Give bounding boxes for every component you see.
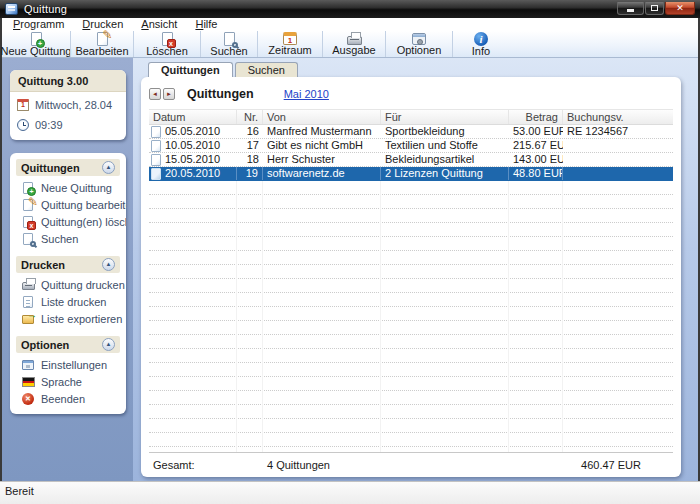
- doc-delete-icon: x: [21, 215, 35, 228]
- table-empty-row: [149, 321, 673, 335]
- menu-ansicht[interactable]: Ansicht: [132, 18, 186, 31]
- titlebar: Quittung ✕: [0, 0, 700, 18]
- table-empty-row: [149, 307, 673, 321]
- export-icon: [21, 312, 35, 325]
- next-month-button[interactable]: ►: [163, 88, 175, 100]
- nav-row: ◄ ► Quittungen Mai 2010: [141, 77, 681, 106]
- table-row[interactable]: 10.05.2010 17 Gibt es nicht GmbH Textili…: [149, 139, 673, 153]
- toolbar-search-button[interactable]: Suchen: [201, 31, 257, 57]
- table-row[interactable]: 05.05.2010 16 Manfred Mustermann Sportbe…: [149, 125, 673, 139]
- menu-hilfe[interactable]: Hilfe: [186, 18, 226, 31]
- section-header-quittungen[interactable]: Quittungen ▲: [16, 159, 120, 176]
- info-panel-title: Quittung 3.00: [10, 70, 126, 92]
- receipts-table: Datum Nr. Von Für Betrag Buchungsv. 05.0…: [149, 109, 673, 477]
- toolbar: + Neue Quittung ✎ Bearbeiten x Löschen S…: [2, 31, 698, 58]
- table-empty-row: [149, 265, 673, 279]
- doc-plus-icon: +: [21, 181, 35, 194]
- table-header: Datum Nr. Von Für Betrag Buchungsv.: [149, 109, 673, 125]
- table-empty-row: [149, 405, 673, 419]
- time-display: 09:39: [10, 115, 126, 135]
- prev-month-button[interactable]: ◄: [149, 88, 161, 100]
- window-controls: ✕: [617, 0, 695, 15]
- status-text: Bereit: [5, 485, 34, 497]
- german-flag-icon: [21, 375, 35, 388]
- receipt-icon: [151, 126, 161, 138]
- main-panel: ◄ ► Quittungen Mai 2010 Datum Nr. Von Fü…: [141, 77, 681, 477]
- sidebar-item-quittung-bearbeiten[interactable]: ✎ Quittung bearbeiten: [10, 196, 126, 213]
- maximize-icon: [651, 5, 658, 11]
- close-button[interactable]: ✕: [665, 2, 695, 15]
- options-icon: [412, 32, 426, 45]
- sidebar-item-quittung-drucken[interactable]: Quittung drucken: [10, 276, 126, 293]
- tab-suchen[interactable]: Suchen: [235, 62, 298, 77]
- new-receipt-icon: +: [31, 32, 42, 46]
- receipt-icon: [151, 140, 161, 152]
- table-empty-row: [149, 363, 673, 377]
- search-icon: [224, 32, 235, 46]
- table-empty-row: [149, 293, 673, 307]
- tab-bar: Quittungen Suchen: [148, 62, 681, 77]
- table-row[interactable]: 15.05.2010 18 Herr Schuster Bekleidungsa…: [149, 153, 673, 167]
- sidebar-item-sprache[interactable]: Sprache: [10, 373, 126, 390]
- column-header-nr[interactable]: Nr.: [237, 110, 263, 124]
- app-icon: [5, 3, 18, 15]
- doc-search-icon: [21, 232, 35, 245]
- toolbar-edit-button[interactable]: ✎ Bearbeiten: [71, 31, 133, 57]
- main-area: Quittungen Suchen ◄ ► Quittungen Mai 201…: [133, 58, 698, 481]
- table-row-selected[interactable]: 20.05.2010 19 softwarenetz.de 2 Lizenzen…: [149, 167, 673, 181]
- summary-label: Gesamt:: [149, 459, 237, 472]
- sidebar-item-quittungen-loeschen[interactable]: x Quittung(en) löschen: [10, 213, 126, 230]
- period-link[interactable]: Mai 2010: [284, 88, 329, 100]
- summary-count: 4 Quittungen: [263, 459, 381, 472]
- quit-icon: [21, 392, 35, 405]
- sidebar-item-einstellungen[interactable]: Einstellungen: [10, 356, 126, 373]
- statusbar: Bereit: [0, 481, 700, 504]
- time-text: 09:39: [35, 119, 63, 131]
- tab-quittungen[interactable]: Quittungen: [148, 62, 233, 77]
- table-empty-row: [149, 349, 673, 363]
- toolbar-options-button[interactable]: Optionen: [386, 31, 452, 57]
- column-header-betrag[interactable]: Betrag: [509, 110, 563, 124]
- table-empty-row: [149, 377, 673, 391]
- sidebar-item-beenden[interactable]: Beenden: [10, 390, 126, 407]
- section-header-drucken[interactable]: Drucken ▲: [16, 256, 120, 273]
- app-window: Quittung ✕ Programm Drucken Ansicht Hilf…: [0, 0, 700, 504]
- sidebar: Quittung 3.00 Mittwoch, 28.04 09:39: [2, 58, 133, 481]
- sidebar-item-liste-drucken[interactable]: Liste drucken: [10, 293, 126, 310]
- column-header-von[interactable]: Von: [263, 110, 381, 124]
- table-empty-row: [149, 433, 673, 447]
- printer-icon: [347, 32, 362, 45]
- column-header-fuer[interactable]: Für: [381, 110, 509, 124]
- collapse-icon[interactable]: ▲: [102, 161, 115, 174]
- calendar-icon: [17, 98, 29, 112]
- section-header-optionen[interactable]: Optionen ▲: [16, 336, 120, 353]
- table-empty-row: [149, 195, 673, 209]
- table-empty-row: [149, 237, 673, 251]
- sidebar-item-neue-quittung[interactable]: + Neue Quittung: [10, 179, 126, 196]
- toolbar-period-button[interactable]: Zeitraum: [258, 31, 322, 57]
- date-text: Mittwoch, 28.04: [35, 99, 112, 111]
- maximize-button[interactable]: [645, 2, 664, 15]
- window-title: Quittung: [24, 3, 67, 15]
- column-header-buchungsv[interactable]: Buchungsv.: [563, 110, 673, 124]
- sidebar-item-liste-exportieren[interactable]: Liste exportieren: [10, 310, 126, 327]
- date-display: Mittwoch, 28.04: [10, 95, 126, 115]
- settings-icon: [21, 358, 35, 371]
- info-icon: i: [474, 32, 488, 46]
- toolbar-output-button[interactable]: Ausgabe: [323, 31, 385, 57]
- menu-programm[interactable]: Programm: [4, 18, 73, 31]
- toolbar-info-button[interactable]: i Info: [453, 31, 509, 57]
- list-doc-icon: [21, 295, 35, 308]
- minimize-button[interactable]: [617, 2, 644, 15]
- toolbar-delete-button[interactable]: x Löschen: [134, 31, 200, 57]
- content-area: Quittung 3.00 Mittwoch, 28.04 09:39: [2, 58, 698, 481]
- calendar-icon: [283, 32, 297, 45]
- toolbar-new-receipt-button[interactable]: + Neue Quittung: [2, 31, 70, 57]
- collapse-icon[interactable]: ▲: [102, 258, 115, 271]
- sidebar-item-suchen[interactable]: Suchen: [10, 230, 126, 247]
- sidebar-info-panel: Quittung 3.00 Mittwoch, 28.04 09:39: [10, 70, 126, 140]
- collapse-icon[interactable]: ▲: [102, 338, 115, 351]
- sidebar-nav-panel: Quittungen ▲ + Neue Quittung ✎ Quittung …: [10, 153, 126, 414]
- table-empty-row: [149, 251, 673, 265]
- column-header-datum[interactable]: Datum: [149, 110, 237, 124]
